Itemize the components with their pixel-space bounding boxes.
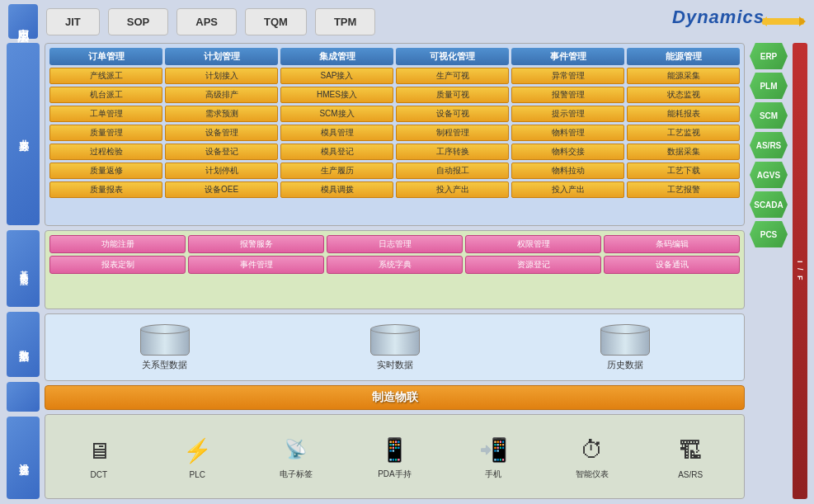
biz-item-1-5[interactable]: 状态监视 — [627, 87, 740, 103]
db-relational-icon — [140, 324, 190, 356]
biz-item-4-1[interactable]: 设备登记 — [165, 144, 278, 160]
mfg-layer-label — [7, 382, 40, 412]
ext-plm[interactable]: PLM — [750, 73, 788, 99]
biz-header-2: 集成管理 — [280, 48, 393, 65]
ext-erp[interactable]: ERP — [750, 43, 788, 69]
device-phone: 📲 手机 — [473, 433, 514, 480]
biz-item-0-1[interactable]: 计划接入 — [165, 68, 278, 84]
center-content: 订单管理 计划管理 集成管理 可视化管理 事件管理 能源管理 产线派工 计划接入… — [45, 43, 745, 499]
biz-header-0: 订单管理 — [49, 48, 162, 65]
biz-item-3-0[interactable]: 质量管理 — [49, 125, 162, 141]
biz-item-5-2[interactable]: 生产履历 — [280, 163, 393, 179]
biz-item-6-4[interactable]: 投入产出 — [511, 181, 624, 198]
mfg-iot-section: 制造物联 — [45, 385, 745, 410]
biz-item-2-2[interactable]: SCM接入 — [280, 106, 393, 122]
data-section: 关系型数据 实时数据 历史数据 — [45, 313, 745, 381]
biz-header-5: 能源管理 — [627, 48, 740, 65]
biz-item-0-0[interactable]: 产线派工 — [49, 68, 162, 84]
basic-grid: 功能注册 报警服务 日志管理 权限管理 条码编辑 报表定制 事件管理 系统字典 … — [49, 235, 740, 274]
basic-item-0-0[interactable]: 功能注册 — [49, 235, 186, 253]
right-panel: ERP PLM SCM AS/RS AGVS SCADA PCS I / F — [750, 43, 807, 499]
dct-icon: 🖥 — [78, 435, 120, 468]
device-pda: 📱 PDA手持 — [374, 433, 415, 480]
business-layer-label: 业务层 — [7, 43, 40, 225]
biz-item-2-0[interactable]: 工单管理 — [49, 106, 162, 122]
device-layer-label: 设备层 — [7, 417, 40, 499]
basic-item-0-4[interactable]: 条码编辑 — [604, 235, 740, 253]
biz-item-0-2[interactable]: SAP接入 — [280, 68, 393, 84]
biz-item-5-3[interactable]: 自动报工 — [396, 163, 509, 179]
biz-item-3-3[interactable]: 制程管理 — [396, 125, 509, 141]
biz-item-4-0[interactable]: 过程检验 — [49, 144, 162, 160]
ext-agvs[interactable]: AGVS — [750, 162, 788, 188]
biz-item-4-5[interactable]: 数据采集 — [627, 144, 740, 160]
business-section: 订单管理 计划管理 集成管理 可视化管理 事件管理 能源管理 产线派工 计划接入… — [45, 43, 745, 226]
device-meter: ⏱ 智能仪表 — [572, 433, 613, 480]
biz-item-5-4[interactable]: 物料拉动 — [511, 163, 624, 179]
biz-item-2-3[interactable]: 设备可视 — [396, 106, 509, 122]
biz-item-0-3[interactable]: 生产可视 — [396, 68, 509, 84]
biz-item-3-1[interactable]: 设备管理 — [165, 125, 278, 141]
content-area: 业务层 基本功能层 数据层 设备层 订单管理 计划管理 集成管理 — [0, 43, 814, 504]
tpm-button[interactable]: TPM — [315, 8, 375, 35]
app-buttons: JIT SOP APS TQM TPM — [46, 8, 754, 35]
device-dct: 🖥 DCT — [78, 435, 120, 479]
biz-header-1: 计划管理 — [165, 48, 278, 65]
basic-item-1-1[interactable]: 事件管理 — [188, 256, 324, 274]
biz-item-6-3[interactable]: 投入产出 — [396, 181, 509, 198]
basic-item-0-2[interactable]: 日志管理 — [327, 235, 463, 253]
biz-item-5-5[interactable]: 工艺下载 — [627, 163, 740, 179]
basic-item-1-2[interactable]: 系统字典 — [327, 256, 463, 274]
ext-scada[interactable]: SCADA — [750, 191, 788, 218]
left-layers: 业务层 基本功能层 数据层 设备层 — [7, 43, 40, 499]
biz-item-1-1[interactable]: 高级排产 — [165, 87, 278, 103]
biz-item-5-0[interactable]: 质量返修 — [49, 163, 162, 179]
basic-layer-label: 基本功能层 — [7, 230, 40, 307]
basic-item-1-0[interactable]: 报表定制 — [49, 256, 186, 274]
device-plc: ⚡ PLC — [176, 435, 218, 479]
db-history: 历史数据 — [600, 324, 650, 371]
biz-item-6-1[interactable]: 设备OEE — [165, 181, 278, 198]
biz-item-1-3[interactable]: 质量可视 — [396, 87, 509, 103]
biz-header-4: 事件管理 — [511, 48, 624, 65]
svg-rect-0 — [762, 18, 804, 25]
biz-item-6-0[interactable]: 质量报表 — [49, 181, 162, 198]
biz-item-5-1[interactable]: 计划停机 — [165, 163, 278, 179]
biz-item-2-5[interactable]: 能耗报表 — [627, 106, 740, 122]
device-rfid: 📡 电子标签 — [275, 433, 317, 480]
biz-item-4-3[interactable]: 工序转换 — [396, 144, 509, 160]
rfid-icon: 📡 — [275, 433, 317, 466]
sop-button[interactable]: SOP — [108, 8, 168, 35]
biz-item-0-5[interactable]: 能源采集 — [627, 68, 740, 84]
data-layer-label: 数据层 — [7, 312, 40, 377]
biz-item-6-5[interactable]: 工艺报警 — [627, 181, 740, 198]
biz-item-6-2[interactable]: 模具调拨 — [280, 181, 393, 198]
biz-item-3-5[interactable]: 工艺监视 — [627, 125, 740, 141]
biz-item-1-2[interactable]: HMES接入 — [280, 87, 393, 103]
biz-item-0-4[interactable]: 异常管理 — [511, 68, 624, 84]
biz-item-3-4[interactable]: 物料管理 — [511, 125, 624, 141]
biz-item-2-4[interactable]: 提示管理 — [511, 106, 624, 122]
basic-item-0-3[interactable]: 权限管理 — [465, 235, 601, 253]
dynamics-title: Dynamics — [672, 7, 765, 28]
aps-button[interactable]: APS — [176, 8, 237, 35]
biz-item-2-1[interactable]: 需求预测 — [165, 106, 278, 122]
biz-item-3-2[interactable]: 模具管理 — [280, 125, 393, 141]
tqm-button[interactable]: TQM — [245, 8, 307, 35]
jit-button[interactable]: JIT — [46, 8, 100, 35]
svg-marker-2 — [799, 16, 806, 26]
ext-pcs[interactable]: PCS — [750, 221, 788, 247]
biz-item-4-4[interactable]: 物料交接 — [511, 144, 624, 160]
phone-icon: 📲 — [473, 433, 514, 466]
biz-header-3: 可视化管理 — [396, 48, 509, 65]
ext-asrs[interactable]: AS/RS — [750, 132, 788, 158]
basic-item-1-3[interactable]: 资源登记 — [465, 256, 601, 274]
biz-item-1-0[interactable]: 机台派工 — [49, 87, 162, 103]
basic-item-1-4[interactable]: 设备通讯 — [604, 256, 740, 274]
ext-scm[interactable]: SCM — [750, 102, 788, 129]
biz-item-4-2[interactable]: 模具登记 — [280, 144, 393, 160]
device-asrs: 🏗 AS/RS — [670, 435, 711, 479]
asrs-icon: 🏗 — [670, 435, 711, 468]
basic-item-0-1[interactable]: 报警服务 — [188, 235, 324, 253]
biz-item-1-4[interactable]: 报警管理 — [511, 87, 624, 103]
